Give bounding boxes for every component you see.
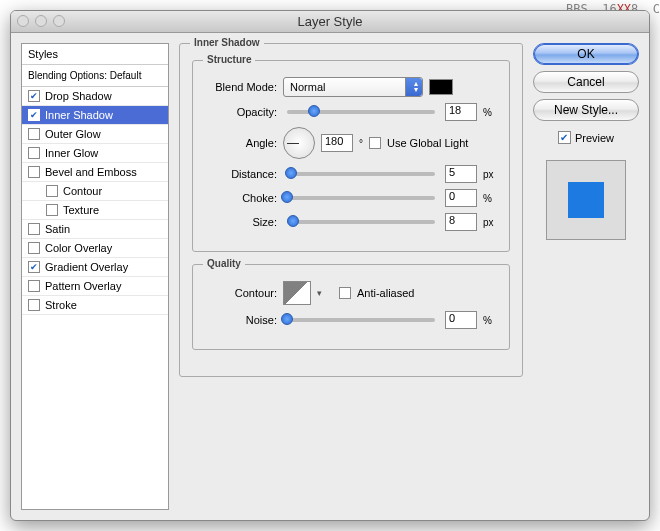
preview-box bbox=[546, 160, 626, 240]
style-item-pattern-overlay[interactable]: Pattern Overlay bbox=[22, 277, 168, 296]
layer-style-dialog: Layer Style Styles Blending Options: Def… bbox=[10, 10, 650, 521]
checkbox-icon[interactable] bbox=[46, 204, 58, 216]
checkbox-icon[interactable] bbox=[28, 166, 40, 178]
checkbox-icon[interactable] bbox=[28, 128, 40, 140]
preview-checkbox[interactable] bbox=[558, 131, 571, 144]
right-panel: OK Cancel New Style... Preview bbox=[533, 43, 639, 510]
size-input[interactable]: 8 bbox=[445, 213, 477, 231]
checkbox-icon[interactable] bbox=[28, 280, 40, 292]
style-label: Inner Glow bbox=[45, 147, 98, 159]
style-item-color-overlay[interactable]: Color Overlay bbox=[22, 239, 168, 258]
blend-mode-value: Normal bbox=[290, 81, 325, 93]
style-label: Texture bbox=[63, 204, 99, 216]
style-label: Inner Shadow bbox=[45, 109, 113, 121]
style-item-outer-glow[interactable]: Outer Glow bbox=[22, 125, 168, 144]
style-item-inner-shadow[interactable]: Inner Shadow bbox=[22, 106, 168, 125]
opacity-unit: % bbox=[483, 107, 497, 118]
style-label: Bevel and Emboss bbox=[45, 166, 137, 178]
style-item-stroke[interactable]: Stroke bbox=[22, 296, 168, 315]
distance-slider[interactable] bbox=[287, 172, 435, 176]
window-controls[interactable] bbox=[17, 15, 65, 27]
opacity-label: Opacity: bbox=[205, 106, 277, 118]
opacity-slider[interactable] bbox=[287, 110, 435, 114]
styles-panel: Styles Blending Options: Default Drop Sh… bbox=[21, 43, 169, 510]
style-label: Color Overlay bbox=[45, 242, 112, 254]
structure-title: Structure bbox=[203, 54, 255, 65]
preview-swatch bbox=[568, 182, 604, 218]
checkbox-icon[interactable] bbox=[28, 109, 40, 121]
style-label: Contour bbox=[63, 185, 102, 197]
style-item-drop-shadow[interactable]: Drop Shadow bbox=[22, 87, 168, 106]
checkbox-icon[interactable] bbox=[28, 147, 40, 159]
global-light-checkbox[interactable] bbox=[369, 137, 381, 149]
size-unit: px bbox=[483, 217, 497, 228]
style-label: Outer Glow bbox=[45, 128, 101, 140]
opacity-input[interactable]: 18 bbox=[445, 103, 477, 121]
choke-unit: % bbox=[483, 193, 497, 204]
style-label: Stroke bbox=[45, 299, 77, 311]
style-label: Gradient Overlay bbox=[45, 261, 128, 273]
distance-unit: px bbox=[483, 169, 497, 180]
antialiased-label: Anti-aliased bbox=[357, 287, 414, 299]
style-label: Pattern Overlay bbox=[45, 280, 121, 292]
style-item-bevel-emboss[interactable]: Bevel and Emboss bbox=[22, 163, 168, 182]
structure-group: Structure Blend Mode: Normal▴▾ Opacity: … bbox=[192, 60, 510, 252]
ok-button[interactable]: OK bbox=[533, 43, 639, 65]
contour-label: Contour: bbox=[205, 287, 277, 299]
style-item-gradient-overlay[interactable]: Gradient Overlay bbox=[22, 258, 168, 277]
choke-input[interactable]: 0 bbox=[445, 189, 477, 207]
noise-label: Noise: bbox=[205, 314, 277, 326]
preview-label: Preview bbox=[575, 132, 614, 144]
distance-input[interactable]: 5 bbox=[445, 165, 477, 183]
titlebar: Layer Style bbox=[11, 11, 649, 33]
style-item-contour[interactable]: Contour bbox=[22, 182, 168, 201]
checkbox-icon[interactable] bbox=[28, 90, 40, 102]
styles-list: Drop Shadow Inner Shadow Outer Glow Inne… bbox=[22, 87, 168, 315]
blend-mode-dropdown[interactable]: Normal▴▾ bbox=[283, 77, 423, 97]
quality-group: Quality Contour: Anti-aliased Noise: 0 % bbox=[192, 264, 510, 350]
style-item-texture[interactable]: Texture bbox=[22, 201, 168, 220]
antialiased-checkbox[interactable] bbox=[339, 287, 351, 299]
inner-shadow-group: Inner Shadow Structure Blend Mode: Norma… bbox=[179, 43, 523, 377]
size-label: Size: bbox=[205, 216, 277, 228]
noise-slider[interactable] bbox=[287, 318, 435, 322]
noise-input[interactable]: 0 bbox=[445, 311, 477, 329]
checkbox-icon[interactable] bbox=[28, 299, 40, 311]
blend-mode-label: Blend Mode: bbox=[205, 81, 277, 93]
checkbox-icon[interactable] bbox=[28, 261, 40, 273]
checkbox-icon[interactable] bbox=[28, 242, 40, 254]
angle-label: Angle: bbox=[205, 137, 277, 149]
checkbox-icon[interactable] bbox=[46, 185, 58, 197]
contour-picker[interactable] bbox=[283, 281, 311, 305]
checkbox-icon[interactable] bbox=[28, 223, 40, 235]
chevron-updown-icon: ▴▾ bbox=[414, 81, 418, 93]
angle-input[interactable]: 180 bbox=[321, 134, 353, 152]
choke-slider[interactable] bbox=[287, 196, 435, 200]
settings-panel: Inner Shadow Structure Blend Mode: Norma… bbox=[179, 43, 523, 510]
distance-label: Distance: bbox=[205, 168, 277, 180]
size-slider[interactable] bbox=[287, 220, 435, 224]
noise-unit: % bbox=[483, 315, 497, 326]
style-item-satin[interactable]: Satin bbox=[22, 220, 168, 239]
angle-unit: ° bbox=[359, 138, 363, 149]
angle-dial[interactable] bbox=[283, 127, 315, 159]
cancel-button[interactable]: Cancel bbox=[533, 71, 639, 93]
group-title: Inner Shadow bbox=[190, 37, 264, 48]
styles-header[interactable]: Styles bbox=[22, 44, 168, 65]
choke-label: Choke: bbox=[205, 192, 277, 204]
shadow-color-swatch[interactable] bbox=[429, 79, 453, 95]
new-style-button[interactable]: New Style... bbox=[533, 99, 639, 121]
quality-title: Quality bbox=[203, 258, 245, 269]
style-label: Drop Shadow bbox=[45, 90, 112, 102]
style-label: Satin bbox=[45, 223, 70, 235]
global-light-label: Use Global Light bbox=[387, 137, 468, 149]
blending-options-row[interactable]: Blending Options: Default bbox=[22, 65, 168, 87]
window-title: Layer Style bbox=[297, 14, 362, 29]
style-item-inner-glow[interactable]: Inner Glow bbox=[22, 144, 168, 163]
